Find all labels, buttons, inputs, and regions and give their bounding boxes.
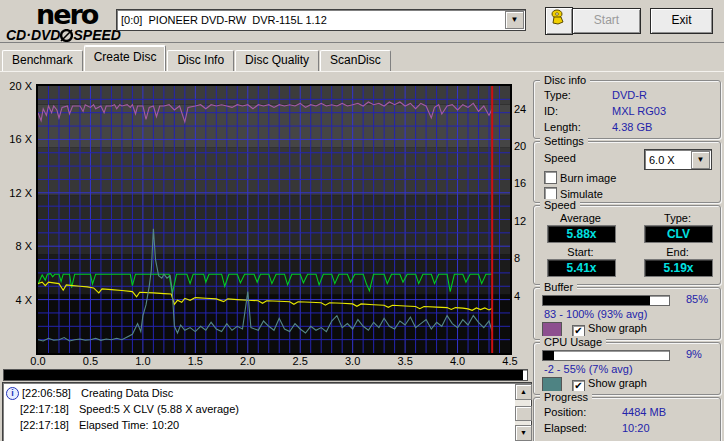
progress-group: Progress Position:4484 MB Elapsed:10:20: [533, 397, 721, 441]
right-axis-tick: 20: [514, 140, 526, 152]
log-timestamp: [22:17:18]: [20, 417, 69, 433]
burn-position-progressbar: [3, 369, 528, 381]
speed-select[interactable]: 6.0 X ▼: [644, 149, 712, 170]
speed-chart: 20 X16 X12 X8 X4 X 2420161284 0.00.51.01…: [0, 76, 531, 378]
buffer-show-graph-label: Show graph: [588, 322, 647, 334]
eject-button[interactable]: [545, 7, 573, 35]
cpu-meter: [542, 350, 670, 361]
y-axis-tick: 8 X: [0, 240, 32, 252]
tab-disc-info[interactable]: Disc Info: [167, 50, 234, 71]
speed-setting-label: Speed: [544, 152, 576, 164]
log-line: [22:17:18] Elapsed Time: 10:20: [5, 417, 514, 433]
x-axis-tick: 4.0: [445, 355, 471, 367]
chart-canvas: [38, 86, 510, 353]
header-bar: nero CD·DVDSPEED [0:0] PIONEER DVD-RW DV…: [0, 0, 724, 43]
log-line: i [22:06:58] Creating Data Disc: [5, 385, 514, 401]
speed-select-arrow-icon[interactable]: ▼: [691, 151, 710, 169]
disc-info-title: Disc info: [540, 74, 590, 86]
log-line: [22:17:18] Speed:5 X CLV (5.88 X average…: [5, 401, 514, 417]
elapsed-value: 10:20: [622, 422, 650, 434]
type-label: Type:: [644, 212, 711, 224]
log-message: Creating Data Disc: [81, 385, 173, 401]
cpu-usage-group: CPU Usage 9% -2 - 55% (7% avg) ✔ Show gr…: [533, 342, 721, 395]
tab-create-disc[interactable]: Create Disc: [84, 45, 167, 71]
buffer-range: 83 - 100% (93% avg): [544, 308, 647, 320]
exit-button[interactable]: Exit: [650, 8, 713, 34]
speed-title: Speed: [540, 199, 580, 211]
x-axis-tick: 2.5: [287, 355, 313, 367]
tab-benchmark[interactable]: Benchmark: [2, 50, 83, 71]
status-log-lines: i [22:06:58] Creating Data Disc [22:17:1…: [5, 385, 514, 441]
scroll-up-icon[interactable]: ▲: [515, 384, 532, 400]
right-axis-tick: 4: [514, 290, 520, 302]
chart-band: [38, 147, 510, 195]
disc-type-value: DVD-R: [612, 89, 647, 101]
nero-cd-dvd-speed-window: { "header": { "logo_line1": "nero", "log…: [0, 0, 724, 441]
scroll-down-icon[interactable]: ▼: [515, 425, 532, 441]
average-speed-display: 5.88x: [547, 225, 616, 243]
status-log[interactable]: i [22:06:58] Creating Data Disc [22:17:1…: [2, 382, 532, 441]
burn-position-progress-fill: [4, 370, 523, 380]
burn-image-checkbox[interactable]: Burn image: [544, 171, 616, 184]
cpu-color-swatch: [542, 377, 562, 392]
y-axis-tick: 20 X: [0, 80, 32, 92]
info-icon: i: [6, 387, 19, 400]
tab-bar: Benchmark Create Disc Disc Info Disc Qua…: [2, 46, 392, 71]
buffer-title: Buffer: [540, 281, 577, 293]
start-label: Start:: [547, 246, 614, 258]
disc-length-value: 4.38 GB: [612, 121, 652, 133]
disc-info-group: Disc info Type:DVD-R ID:MXL RG03 Length:…: [533, 80, 721, 139]
log-scrollbar[interactable]: ▲ ▼: [515, 384, 530, 441]
buffer-meter: [542, 295, 670, 306]
y-axis-tick: 4 X: [0, 294, 32, 306]
right-axis-tick: 24: [514, 103, 526, 115]
x-axis-tick: 1.0: [130, 355, 156, 367]
x-axis-tick: 4.5: [497, 355, 523, 367]
right-axis-tick: 12: [514, 215, 526, 227]
right-axis-tick: 16: [514, 177, 526, 189]
cpu-show-graph-label: Show graph: [588, 377, 647, 389]
end-label: End:: [644, 246, 711, 258]
chart-plot-area: [36, 84, 512, 355]
cpu-meter-fill: [543, 351, 554, 360]
drive-select-arrow-icon[interactable]: ▼: [505, 11, 524, 29]
burn-image-checkbox-box[interactable]: [544, 171, 557, 184]
average-label: Average: [547, 212, 614, 224]
drive-select[interactable]: [0:0] PIONEER DVD-RW DVR-115L 1.12 ▼: [116, 9, 526, 31]
end-speed-display: 5.19x: [644, 259, 713, 277]
buffer-percent: 85%: [686, 293, 708, 305]
speed-select-value: 6.0 X: [645, 154, 691, 166]
hand-disc-icon: [550, 8, 568, 26]
start-button[interactable]: Start: [572, 8, 641, 34]
cpu-percent: 9%: [686, 348, 702, 360]
settings-title: Settings: [540, 135, 588, 147]
disc-logo-icon: [60, 29, 73, 42]
settings-group: Settings Speed 6.0 X ▼ Burn image Simula…: [533, 141, 721, 203]
drive-select-value: [0:0] PIONEER DVD-RW DVR-115L 1.12: [117, 14, 505, 26]
y-axis-tick: 12 X: [0, 187, 32, 199]
cpu-range: -2 - 55% (7% avg): [544, 363, 633, 375]
tab-scandisc[interactable]: ScanDisc: [320, 50, 391, 71]
progress-title: Progress: [540, 391, 592, 403]
burn-image-label: Burn image: [560, 172, 616, 184]
disc-length-label: Length:: [544, 121, 581, 133]
log-timestamp: [22:17:18]: [20, 401, 69, 417]
chart-band: [38, 195, 510, 254]
right-axis-tick: 8: [514, 252, 520, 264]
x-axis-tick: 0.0: [25, 355, 51, 367]
chart-band: [38, 86, 510, 105]
disc-id-value: MXL RG03: [612, 105, 666, 117]
type-display: CLV: [644, 225, 713, 243]
scrollbar-thumb[interactable]: [515, 406, 532, 421]
tab-disc-quality[interactable]: Disc Quality: [235, 50, 319, 71]
cpu-usage-title: CPU Usage: [540, 336, 606, 348]
elapsed-label: Elapsed:: [544, 422, 587, 434]
x-axis-tick: 1.5: [182, 355, 208, 367]
x-axis-tick: 2.0: [235, 355, 261, 367]
buffer-meter-fill: [543, 296, 650, 305]
x-axis-tick: 3.5: [392, 355, 418, 367]
y-axis-tick: 16 X: [0, 133, 32, 145]
position-label: Position:: [544, 406, 586, 418]
log-timestamp: [22:06:58]: [22, 385, 71, 401]
x-axis-tick: 3.0: [340, 355, 366, 367]
